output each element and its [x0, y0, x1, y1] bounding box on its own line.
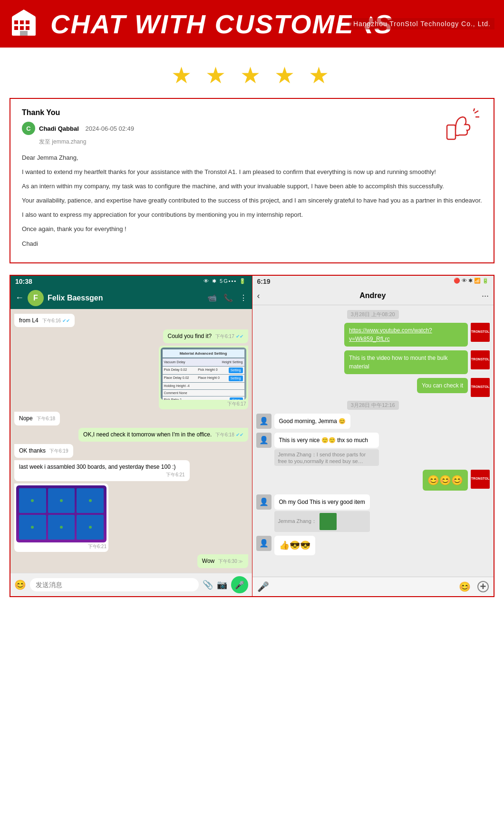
- scr-row-5: Pick Retry 1Save: [163, 396, 244, 400]
- msg-video-row: This is the video how to mount the bulk …: [256, 350, 490, 374]
- msg-good-morning-row: 👤 Good morning, Jemma 😊: [256, 414, 466, 429]
- rating-stars: ★ ★ ★ ★ ★: [171, 63, 333, 88]
- letter-p2: As an intern within my company, my task …: [22, 181, 482, 192]
- wechat-emoji-icon[interactable]: 😊: [459, 581, 471, 592]
- svg-marker-7: [12, 10, 36, 17]
- sender-date: 2024-06-05 02:49: [85, 125, 134, 132]
- boards-visual: [16, 485, 107, 542]
- emoji-button[interactable]: 😊: [14, 579, 26, 590]
- receiver-avatar-1: 👤: [256, 414, 271, 429]
- screenshot-content: Material Advanced Setting Vacuum DelayHe…: [161, 348, 246, 400]
- whatsapp-chat: 10:38 👁 ✱ 5G▪▪▪ 🔋 ← F Felix Baessgen 📹 📞…: [10, 276, 252, 597]
- scr-row-3: Holding Height -4: [163, 383, 244, 389]
- left-time: 10:38: [15, 278, 32, 285]
- msg-check-it: You can check it: [417, 378, 468, 393]
- msg-youtube-link-row: https://www.youtube.com/watch?v=Wk859_Rf…: [256, 323, 490, 347]
- msg-screenshot-img: Material Advanced Setting Vacuum DelayHe…: [159, 346, 248, 409]
- msg-sent-emojis: 😊😊😊: [423, 470, 468, 491]
- whatsapp-messages: from L4 下午6:16 ✔✔ Could you find it? 下午6…: [10, 309, 252, 573]
- board-preview-img: [320, 513, 337, 530]
- video-call-icon[interactable]: 📹: [207, 293, 217, 302]
- wechat-more-icon[interactable]: ···: [482, 291, 489, 301]
- letter-p3: Your availability, patience, and experti…: [22, 195, 482, 206]
- msg-oh-my-god-row: 👤 Oh my God This is very good item Jemma…: [256, 494, 466, 532]
- message-input[interactable]: [30, 578, 199, 591]
- wechat-input-bar: 🎤 😊 +: [252, 577, 494, 596]
- msg-time: 下午6:19: [49, 448, 68, 454]
- msg-check-tomorrow: OK,I need check it tomorrow when I'm in …: [78, 428, 248, 442]
- wechat-contact-name: Andrey: [264, 291, 482, 300]
- voice-call-icon[interactable]: 📞: [223, 293, 233, 302]
- msg-text: Could you find it?: [168, 333, 212, 339]
- svg-rect-4: [14, 26, 18, 30]
- msg-video-text: This is the video how to mount the bulk …: [344, 350, 468, 374]
- screenshot-image: Material Advanced Setting Vacuum DelayHe…: [161, 348, 246, 400]
- svg-rect-8: [20, 31, 28, 36]
- left-status-icons: 👁 ✱ 5G▪▪▪ 🔋: [204, 278, 247, 284]
- msg-good-morning: Good morning, Jemma 😊: [274, 414, 350, 429]
- sender-logo-3: TRONSTOL: [471, 378, 490, 397]
- sender-logo-4: TRONSTOL: [471, 470, 490, 489]
- msg-nope: Nope 下午6:18: [14, 412, 60, 425]
- msg-assembled: last week i assambled 300 boards, and ye…: [14, 460, 190, 482]
- receiver-avatar-3: 👤: [256, 494, 271, 510]
- board-4: [19, 515, 46, 540]
- msg-text: OK thanks: [19, 447, 46, 454]
- msg-boards-img: 下午6:21: [14, 483, 108, 552]
- wechat-voice-icon[interactable]: 🎤: [257, 581, 269, 592]
- msg-thumbs-row: 👤 👍😎😎: [256, 536, 466, 555]
- date-label-1: 3月28日 上午08:20: [347, 310, 399, 319]
- thumbs-up-icon: [441, 108, 479, 153]
- header-title: CHAT WITH CUSTOMERS: [50, 9, 393, 39]
- wechat-header: ‹ Andrey ···: [252, 287, 494, 305]
- msg-from-l4: from L4 下午6:16 ✔✔: [14, 314, 75, 328]
- sender-info: Chadi Qabbal 2024-06-05 02:49: [39, 125, 134, 132]
- board-2: [48, 488, 75, 513]
- board-3: [77, 488, 104, 513]
- msg-time: 下午6:16 ✔✔: [42, 318, 70, 324]
- wechat-messages: 3月28日 上午08:20 https://www.youtube.com/wa…: [252, 305, 494, 577]
- mic-button[interactable]: 🎤: [231, 576, 248, 593]
- msg-oh-my-god: Oh my God This is very good item: [274, 494, 370, 510]
- whatsapp-input-bar: 😊 📎 📷 🎤: [10, 573, 252, 596]
- msg-very-nice: This is very nice 🙂🙂 thx so much: [274, 433, 379, 448]
- msg-time: 下午6:21: [166, 472, 184, 478]
- svg-rect-2: [20, 20, 24, 24]
- wechat-back-icon[interactable]: ‹: [257, 291, 260, 301]
- svg-line-11: [474, 108, 475, 111]
- contact-avatar: F: [28, 290, 44, 306]
- attach-icon[interactable]: 📎: [203, 580, 213, 590]
- letter-greeting: Dear Jemma Zhang,: [22, 153, 482, 163]
- sender-to: 发至 jemma.zhang: [39, 138, 482, 146]
- svg-rect-12: [447, 125, 456, 139]
- msg-jemma-reply: Jemma Zhang：I send those parts for free …: [274, 449, 379, 466]
- msg-youtube-link: https://www.youtube.com/watch?v=Wk859_Rf…: [344, 323, 468, 347]
- chat-action-icons: 📹 📞 ⋮: [207, 293, 247, 302]
- sender-avatar: C: [22, 122, 35, 135]
- msg-emoji-row: 😊😊😊 TRONSTOL: [256, 470, 490, 491]
- letter-p1: I wanted to extend my heartfelt thanks f…: [22, 167, 482, 177]
- svg-rect-6: [26, 26, 29, 30]
- msg-jemma-board-reply: Jemma Zhang：: [274, 511, 370, 532]
- camera-icon[interactable]: 📷: [217, 580, 227, 590]
- svg-line-9: [475, 111, 478, 113]
- msg-time: 下午6:18: [37, 416, 55, 422]
- sender-logo-1: TRONSTOL: [471, 323, 490, 342]
- msg-thumbs: 👍😎😎: [274, 536, 315, 555]
- back-arrow-icon[interactable]: ←: [15, 293, 24, 303]
- msg-check-row: You can check it TRONSTOL: [256, 378, 490, 397]
- right-status-icons: 🔴 👁 ✱ 📶 🔋: [454, 278, 489, 285]
- more-options-icon[interactable]: ⋮: [240, 293, 247, 302]
- sender-name: Chadi Qabbal: [39, 125, 79, 132]
- msg-time: 下午6:17: [227, 401, 246, 407]
- sender-row: C Chadi Qabbal 2024-06-05 02:49: [22, 122, 482, 135]
- letter-p5: Once again, thank you for everything !: [22, 224, 482, 234]
- logo-icon: [10, 7, 43, 40]
- svg-rect-3: [26, 20, 29, 24]
- scr-row-4: Comment None: [163, 390, 244, 396]
- left-status-bar: 10:38 👁 ✱ 5G▪▪▪ 🔋: [10, 276, 252, 287]
- wechat-add-icon[interactable]: +: [477, 581, 489, 592]
- letter-sign: Chadi: [22, 239, 482, 249]
- board-1: [19, 488, 46, 513]
- letter-p4: I also want to express my appreciation f…: [22, 210, 482, 220]
